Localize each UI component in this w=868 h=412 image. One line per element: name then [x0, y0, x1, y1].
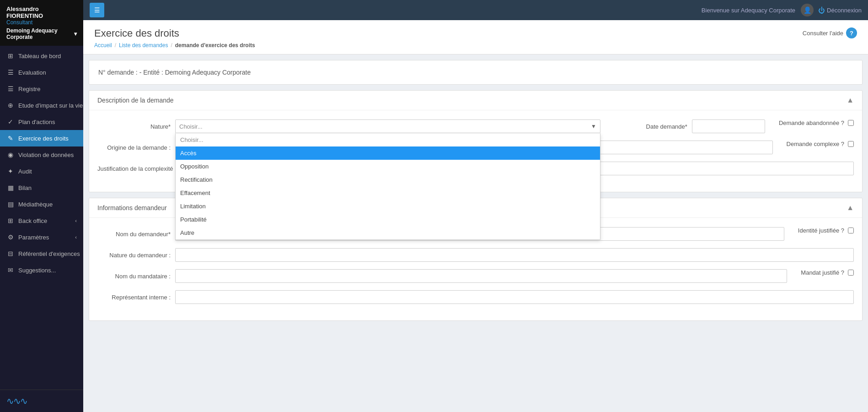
dd-option-rectification[interactable]: Rectification	[176, 173, 600, 186]
dd-option-acces[interactable]: Accès	[176, 146, 600, 160]
complexe-checkbox[interactable]	[848, 141, 854, 147]
breadcrumb-sep-1: /	[115, 42, 116, 49]
nature-demandeur-row: Nature du demandeur :	[97, 248, 854, 262]
main-content: ☰ Bienvenue sur Adequacy Corporate 👤 ⏻ D…	[83, 0, 868, 412]
referentiel-icon: ⊟	[6, 250, 15, 257]
description-collapse-button[interactable]: ▲	[847, 96, 854, 104]
sidebar-item-label: Tableau de bord	[18, 53, 61, 60]
sidebar-item-exercice[interactable]: ✎ Exercice des droits	[0, 130, 83, 146]
list-icon: ☰	[6, 69, 15, 76]
breadcrumb-home[interactable]: Accueil	[94, 42, 112, 49]
page-content-area: Exercice des droits Accueil / Liste des …	[83, 20, 868, 412]
sidebar-header: Alessandro FIORENTINO Consultant Demoing…	[0, 0, 83, 46]
media-icon: ▤	[6, 201, 15, 208]
gear-icon: ⚙	[6, 233, 15, 241]
abandon-checkbox[interactable]	[848, 120, 854, 126]
welcome-text: Bienvenue sur Adequacy Corporate	[702, 7, 795, 14]
dd-option-opposition[interactable]: Opposition	[176, 160, 600, 173]
user-name: Alessandro FIORENTINO	[6, 5, 77, 19]
demand-number-section: N° demande : - Entité : Demoing Adequacy…	[89, 60, 863, 85]
representant-input[interactable]	[175, 290, 854, 304]
nature-select-wrapper: Choisir... ▼ Choisir... Accès Opposition…	[175, 119, 600, 133]
nature-demandeur-group: Nature du demandeur :	[97, 248, 854, 262]
description-section: Description de la demande ▲ Nature* Choi…	[89, 90, 863, 192]
date-field-group: Date demande*	[614, 119, 765, 133]
user-avatar: 👤	[801, 4, 814, 16]
breadcrumb-sep-2: /	[171, 42, 172, 49]
nature-date-row: Nature* Choisir... ▼ Choisir... Accès Op…	[97, 119, 854, 133]
dd-option-portabilite[interactable]: Portabilité	[176, 213, 600, 226]
backoffice-icon: ⊞	[6, 217, 15, 224]
help-button[interactable]: Consulter l'aide ?	[803, 27, 857, 38]
sidebar-item-plan[interactable]: ✓ Plan d'actions	[0, 114, 83, 130]
help-label: Consulter l'aide	[803, 30, 843, 37]
complexe-checkbox-group: Demande complexe ?	[787, 141, 854, 147]
mandataire-label: Nom du mandataire :	[97, 273, 171, 280]
menu-toggle-button[interactable]: ☰	[90, 3, 104, 17]
abandon-label: Demande abandonnée ?	[779, 119, 844, 126]
check-icon: ✓	[6, 118, 15, 125]
nature-demandeur-input[interactable]	[175, 248, 854, 262]
mandataire-input[interactable]	[175, 269, 787, 283]
sidebar-item-label: Exercice des droits	[18, 135, 69, 142]
sidebar-item-label: Back office	[18, 217, 47, 224]
sidebar-item-backoffice[interactable]: ⊞ Back office ‹	[0, 212, 83, 229]
sidebar-item-suggestions[interactable]: ✉ Suggestions...	[0, 262, 83, 278]
logout-label: Déconnexion	[827, 7, 862, 14]
select-arrow-icon: ▼	[591, 123, 596, 130]
dd-option-placeholder[interactable]: Choisir...	[176, 133, 600, 146]
breadcrumb: Accueil / Liste des demandes / demande d…	[94, 42, 255, 49]
sidebar-item-tableau[interactable]: ⊞ Tableau de bord	[0, 48, 83, 64]
sidebar-item-evaluation[interactable]: ☰ Evaluation	[0, 64, 83, 81]
representant-label: Représentant interne :	[97, 294, 171, 301]
page-header: Exercice des droits Accueil / Liste des …	[83, 20, 868, 54]
nature-select-display[interactable]: Choisir... ▼	[175, 119, 600, 133]
identite-checkbox[interactable]	[848, 228, 854, 233]
nom-demandeur-label: Nom du demandeur*	[97, 231, 171, 238]
nature-label: Nature*	[97, 123, 171, 130]
chart-icon: ▦	[6, 184, 15, 191]
dd-option-autre[interactable]: Autre	[176, 226, 600, 239]
mandat-checkbox[interactable]	[848, 270, 854, 276]
sidebar-item-registre[interactable]: ☰ Registre	[0, 81, 83, 97]
nature-selected-value: Choisir...	[179, 123, 203, 130]
sidebar-item-etude[interactable]: ⊕ Etude d'impact sur la vie privée	[0, 97, 83, 114]
demandeur-collapse-button[interactable]: ▲	[847, 204, 854, 212]
sidebar-item-label: Etude d'impact sur la vie privée	[18, 102, 83, 109]
date-input[interactable]	[692, 119, 765, 133]
hamburger-icon: ☰	[94, 6, 100, 14]
sidebar-item-label: Paramètres	[18, 234, 49, 241]
sidebar-item-referentiel[interactable]: ⊟ Référentiel d'exigences ‹	[0, 245, 83, 262]
complexe-label: Demande complexe ?	[787, 141, 844, 147]
sidebar-navigation: ⊞ Tableau de bord ☰ Evaluation ☰ Registr…	[0, 46, 83, 390]
description-section-header: Description de la demande ▲	[89, 91, 862, 110]
mandat-checkbox-group: Mandat justifié ?	[801, 269, 854, 276]
sidebar-footer: ∿∿∿	[0, 390, 83, 412]
demand-info-text: N° demande : - Entité : Demoing Adequacy…	[98, 69, 853, 76]
mandataire-group: Nom du mandataire :	[97, 269, 787, 283]
sidebar-item-label: Plan d'actions	[18, 119, 55, 125]
logout-button[interactable]: ⏻ Déconnexion	[818, 6, 862, 14]
demandeur-section-title: Informations demandeur	[97, 204, 167, 211]
sidebar-item-label: Registre	[18, 86, 40, 92]
sidebar-item-bilan[interactable]: ▦ Bilan	[0, 179, 83, 196]
sidebar-item-label: Violation de données	[18, 152, 74, 158]
identite-checkbox-group: Identité justifiée ?	[798, 227, 854, 234]
representant-row: Représentant interne :	[97, 290, 854, 304]
representant-group: Représentant interne :	[97, 290, 854, 304]
sidebar-item-audit[interactable]: ✦ Audit	[0, 163, 83, 179]
sidebar-item-parametres[interactable]: ⚙ Paramètres ‹	[0, 229, 83, 245]
mandataire-mandat-row: Nom du mandataire : Mandat justifié ?	[97, 269, 854, 283]
chevron-down-icon: ▾	[74, 31, 77, 37]
shield-icon: ⊕	[6, 102, 15, 109]
chevron-right-icon-2: ‹	[75, 234, 77, 240]
breadcrumb-list[interactable]: Liste des demandes	[119, 42, 168, 49]
sidebar-item-mediatheque[interactable]: ▤ Médiathèque	[0, 196, 83, 212]
dd-option-effacement[interactable]: Effacement	[176, 186, 600, 200]
nature-demandeur-label: Nature du demandeur :	[97, 252, 171, 259]
breadcrumb-current: demande d'exercice des droits	[175, 42, 255, 49]
sidebar-item-violation[interactable]: ◉ Violation de données	[0, 146, 83, 163]
sidebar-item-label: Médiathèque	[18, 201, 53, 208]
user-company: Demoing Adequacy Corporate ▾	[6, 27, 77, 40]
dd-option-limitation[interactable]: Limitation	[176, 200, 600, 213]
